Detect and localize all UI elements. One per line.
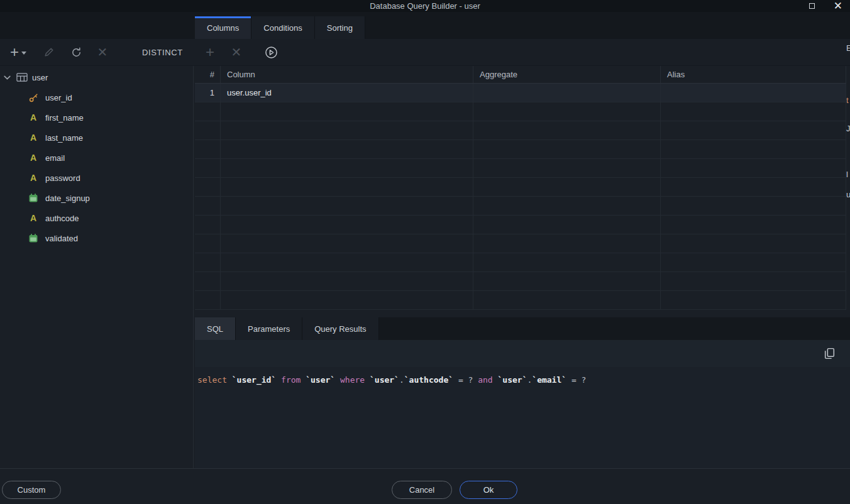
cell-aggregate[interactable] <box>473 102 661 121</box>
cell-aggregate[interactable] <box>473 234 661 253</box>
add-column-button[interactable]: + <box>5 39 31 65</box>
field-name: validated <box>45 234 78 243</box>
col-header-aggregate: Aggregate <box>473 66 661 83</box>
grid-row <box>195 159 846 178</box>
run-query-button[interactable] <box>262 39 280 65</box>
cell-num[interactable] <box>195 291 221 309</box>
add-row-button[interactable]: + <box>201 39 219 65</box>
cell-num[interactable] <box>195 253 221 271</box>
cell-num[interactable] <box>195 234 221 253</box>
cell-column[interactable] <box>221 291 473 309</box>
cell-num[interactable] <box>195 159 221 177</box>
close-icon: ✕ <box>834 0 842 12</box>
cell-alias[interactable] <box>661 291 846 309</box>
cell-num[interactable] <box>195 197 221 215</box>
cell-column[interactable] <box>221 121 473 140</box>
cell-column[interactable] <box>221 216 473 234</box>
cell-column[interactable] <box>221 234 473 253</box>
custom-button[interactable]: Custom <box>2 481 61 499</box>
query-builder-window: Database Query Builder - user ✕ ColumnsC… <box>0 0 850 504</box>
cell-aggregate[interactable] <box>473 253 661 271</box>
tab-query-results[interactable]: Query Results <box>302 317 378 340</box>
tab-conditions[interactable]: Conditions <box>251 16 314 39</box>
chevron-down-icon[interactable] <box>3 73 12 82</box>
main-area: user user_idAfirst_nameAlast_nameAemailA… <box>0 66 850 468</box>
cell-column[interactable]: user.user_id <box>221 84 473 102</box>
cell-column[interactable] <box>221 272 473 290</box>
sql-token <box>227 375 232 385</box>
close-button[interactable]: ✕ <box>834 2 842 11</box>
tree-table-user[interactable]: user <box>0 67 193 87</box>
cell-alias[interactable] <box>661 234 846 253</box>
cell-aggregate[interactable] <box>473 84 661 102</box>
dropdown-caret-icon <box>21 52 26 55</box>
cell-aggregate[interactable] <box>473 159 661 177</box>
remove-row-button[interactable]: ✕ <box>228 39 245 65</box>
toolbar: + ✕ DISTINCT + ✕ <box>0 39 850 66</box>
cancel-button[interactable]: Cancel <box>392 481 452 499</box>
tab-parameters[interactable]: Parameters <box>236 317 302 340</box>
cell-aggregate[interactable] <box>473 291 661 309</box>
tree-field-authcode[interactable]: Aauthcode <box>0 208 193 228</box>
grid-row <box>195 291 846 310</box>
cell-alias[interactable] <box>661 84 846 102</box>
tree-field-password[interactable]: Apassword <box>0 168 193 188</box>
tree-field-date_signup[interactable]: date_signup <box>0 188 193 208</box>
bottom-tab-bar: SQLParametersQuery Results <box>195 317 850 340</box>
cell-alias[interactable] <box>661 216 846 234</box>
cell-alias[interactable] <box>661 253 846 271</box>
cell-aggregate[interactable] <box>473 272 661 290</box>
top-tab-bar: ColumnsConditionsSorting <box>0 12 850 39</box>
cell-column[interactable] <box>221 178 473 196</box>
sql-token <box>335 375 340 385</box>
remove-column-button[interactable]: ✕ <box>94 39 111 65</box>
distinct-toggle[interactable]: DISTINCT <box>142 39 183 65</box>
sql-token: `authcode` <box>404 375 453 385</box>
clipped-text-fragment: E <box>846 44 850 52</box>
copy-sql-button[interactable] <box>823 347 836 362</box>
cell-num[interactable]: 1 <box>195 84 221 102</box>
cell-num[interactable] <box>195 140 221 158</box>
tab-columns[interactable]: Columns <box>195 16 251 39</box>
cell-alias[interactable] <box>661 178 846 196</box>
maximize-button[interactable] <box>809 1 815 11</box>
cell-alias[interactable] <box>661 102 846 121</box>
cell-alias[interactable] <box>661 197 846 215</box>
cell-num[interactable] <box>195 121 221 140</box>
clipped-text-fragment: l <box>846 170 848 178</box>
cell-column[interactable] <box>221 197 473 215</box>
sql-editor[interactable]: select `user_id` from `user` where `user… <box>195 367 850 468</box>
tab-sorting[interactable]: Sorting <box>315 16 365 39</box>
cell-aggregate[interactable] <box>473 197 661 215</box>
cell-num[interactable] <box>195 102 221 121</box>
tree-field-first_name[interactable]: Afirst_name <box>0 107 193 128</box>
tab-sql[interactable]: SQL <box>195 317 236 340</box>
cell-column[interactable] <box>221 159 473 177</box>
tree-field-user_id[interactable]: user_id <box>0 87 193 107</box>
cell-aggregate[interactable] <box>473 121 661 140</box>
cell-column[interactable] <box>221 253 473 271</box>
refresh-button[interactable] <box>67 39 85 65</box>
cell-aggregate[interactable] <box>473 216 661 234</box>
cell-alias[interactable] <box>661 140 846 158</box>
tree-field-email[interactable]: Aemail <box>0 148 193 168</box>
cell-num[interactable] <box>195 178 221 196</box>
text-field-icon: A <box>28 133 39 143</box>
schema-tree: user user_idAfirst_nameAlast_nameAemailA… <box>0 66 194 468</box>
cell-num[interactable] <box>195 216 221 234</box>
sql-text: select `user_id` from `user` where `user… <box>195 367 850 385</box>
titlebar-controls: ✕ <box>809 0 842 12</box>
cell-alias[interactable] <box>661 272 846 290</box>
date-field-icon <box>28 193 39 203</box>
cell-column[interactable] <box>221 102 473 121</box>
cell-aggregate[interactable] <box>473 140 661 158</box>
tree-field-last_name[interactable]: Alast_name <box>0 128 193 148</box>
edit-button[interactable] <box>40 39 58 65</box>
ok-button[interactable]: Ok <box>460 481 517 499</box>
cell-column[interactable] <box>221 140 473 158</box>
cell-aggregate[interactable] <box>473 178 661 196</box>
cell-alias[interactable] <box>661 159 846 177</box>
cell-alias[interactable] <box>661 121 846 140</box>
tree-field-validated[interactable]: validated <box>0 228 193 248</box>
cell-num[interactable] <box>195 272 221 290</box>
